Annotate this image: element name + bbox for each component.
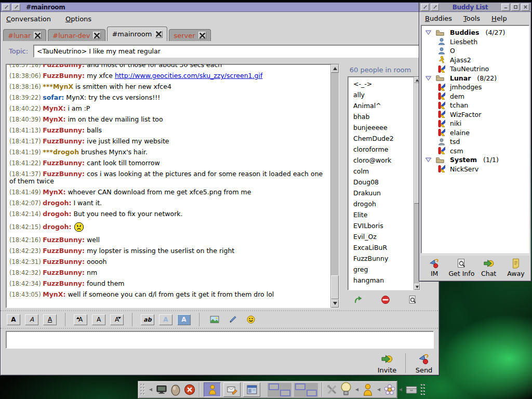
user-list-item[interactable]: colm [353, 167, 414, 178]
away-button[interactable]: Away [502, 255, 529, 280]
user-list-item[interactable]: Evil_Oz [353, 233, 414, 244]
get-info-button[interactable]: Get Info [448, 255, 475, 280]
bulb-icon[interactable] [340, 383, 352, 396]
bigger-button[interactable]: A [74, 314, 87, 325]
buddy-csm[interactable]: csm [421, 147, 529, 156]
user-list-item[interactable]: drogoh [353, 200, 414, 211]
chat-titlebar[interactable]: #mainroom [1, 3, 439, 12]
user-list-item[interactable]: cloroforme [353, 145, 414, 156]
buddy-liesbeth[interactable]: Liesbeth [421, 37, 529, 47]
user-list-item[interactable]: Drakuun [353, 189, 414, 200]
task-button-gaim[interactable] [204, 382, 221, 397]
tab-mainroom[interactable]: #mainroom [107, 26, 167, 41]
chat-button[interactable]: Chat [475, 255, 502, 280]
topic-input[interactable] [33, 45, 434, 58]
user-list-item[interactable]: ChemDude2 [353, 135, 414, 145]
buddy-menu-tools[interactable]: Tools [462, 12, 481, 24]
tab-lunar-dev[interactable]: #lunar-dev [48, 29, 105, 41]
workspace-pager[interactable] [268, 383, 291, 397]
chat-menu-options[interactable]: Options [64, 13, 92, 25]
message-input[interactable] [6, 331, 434, 349]
user-list-item[interactable]: bunjeeeee [353, 124, 414, 135]
insert-smiley-button[interactable] [244, 314, 258, 325]
redirect-button[interactable] [352, 294, 365, 306]
buddy-tauneutrino[interactable]: TauNeutrino [421, 64, 529, 74]
buddy-group-lunar[interactable]: Lunar (8/22) [421, 74, 529, 83]
panel-arrow-icon[interactable] [148, 383, 153, 396]
chat-menu-conversation[interactable]: Conversation [5, 13, 52, 25]
buddy-niki[interactable]: niki [421, 119, 529, 128]
expander-icon[interactable] [425, 75, 432, 82]
buddy-wizfactor[interactable]: WizFactor [421, 110, 529, 119]
bgcolor-button[interactable]: A [177, 314, 191, 325]
italic-button[interactable]: A [25, 314, 38, 325]
buddy-jmhodges[interactable]: jmhodges [421, 83, 529, 92]
user-list-item[interactable]: ExcaLiBuR [353, 244, 414, 255]
bold-button[interactable]: A [7, 314, 20, 325]
insert-link-button[interactable] [226, 314, 240, 325]
tab-server[interactable]: server [169, 29, 210, 41]
user-list-item[interactable]: Animal^ [353, 102, 414, 113]
panel-grip[interactable] [140, 383, 145, 396]
font-button[interactable]: ab [141, 314, 154, 325]
window-menu-button[interactable] [421, 4, 429, 11]
chat-log-scroll-area[interactable]: (18:37:18) FuzzBunny: and most of those … [6, 64, 330, 308]
workspace-pager[interactable] [294, 383, 318, 397]
window-shade-button[interactable] [12, 4, 20, 11]
buddy-ajass2[interactable]: Ajass2 [421, 56, 529, 65]
panel-arrow-icon[interactable] [354, 383, 360, 396]
chat-scrollbar[interactable] [330, 64, 339, 308]
window-shade-button[interactable] [431, 4, 439, 11]
monitor-icon[interactable] [156, 383, 167, 396]
scroll-up-icon[interactable] [331, 64, 339, 73]
buddy-group-system[interactable]: System (1/1) [421, 155, 529, 165]
insert-image-button[interactable] [208, 314, 221, 325]
underline-button[interactable]: A [43, 314, 57, 325]
buddy-o[interactable]: O [421, 46, 529, 56]
drawer-icon[interactable] [406, 383, 417, 396]
user-list-item[interactable]: greg [353, 265, 414, 276]
panel-grip[interactable] [420, 383, 425, 396]
maximize-icon[interactable] [511, 4, 520, 11]
close-icon[interactable] [521, 4, 529, 11]
buddy-nickserv[interactable]: NickServ [421, 165, 529, 174]
user-list-item[interactable]: cloro@work [353, 156, 414, 167]
chat-scrollbar-thumb[interactable] [331, 275, 339, 299]
gaim-icon[interactable] [362, 383, 374, 396]
block-button[interactable] [379, 294, 392, 306]
panel-arrow-icon[interactable] [398, 383, 403, 396]
chat-scrollbar-track[interactable] [331, 73, 339, 299]
buddy-tsd[interactable]: tsd [421, 137, 529, 147]
fgcolor-button[interactable]: A [159, 314, 172, 325]
tools-icon[interactable] [326, 383, 338, 396]
tab-close-icon[interactable] [155, 31, 163, 38]
close-red-icon[interactable] [184, 383, 195, 396]
normal-button[interactable]: A [92, 314, 105, 325]
task-button-mail[interactable] [223, 382, 241, 397]
task-button-window[interactable] [243, 382, 260, 397]
panel-arrow-icon[interactable] [376, 383, 381, 396]
expander-icon[interactable] [425, 29, 432, 36]
user-list-item[interactable]: hangman [353, 276, 414, 287]
expander-icon[interactable] [425, 156, 432, 163]
tab-close-icon[interactable] [34, 32, 42, 39]
user-list-item[interactable]: FuzzBunny [353, 255, 414, 265]
buddy-menu-buddies[interactable]: Buddies [424, 12, 453, 24]
buddy-group-buddies[interactable]: Buddies (4/27) [421, 28, 529, 37]
tab-close-icon[interactable] [198, 32, 206, 39]
smaller-button[interactable]: A [110, 314, 124, 325]
buddy-tchan[interactable]: tchan [421, 101, 529, 110]
tab-close-icon[interactable] [93, 32, 101, 39]
user-list-item[interactable]: Doug08 [353, 178, 414, 189]
buddy-titlebar[interactable]: Buddy List [419, 3, 531, 12]
egg-icon[interactable] [170, 383, 181, 396]
scroll-down-icon[interactable] [414, 284, 420, 290]
flower-icon[interactable] [384, 383, 395, 396]
user-list-item[interactable]: Elite [353, 211, 414, 222]
im-button[interactable]: IM [421, 255, 448, 280]
buddy-dem[interactable]: dem [421, 92, 529, 101]
user-list-item[interactable]: ally [353, 91, 414, 102]
user-list-item[interactable]: EVILboris [353, 222, 414, 233]
send-button[interactable]: Send [412, 353, 436, 374]
minimize-icon[interactable] [501, 4, 510, 11]
